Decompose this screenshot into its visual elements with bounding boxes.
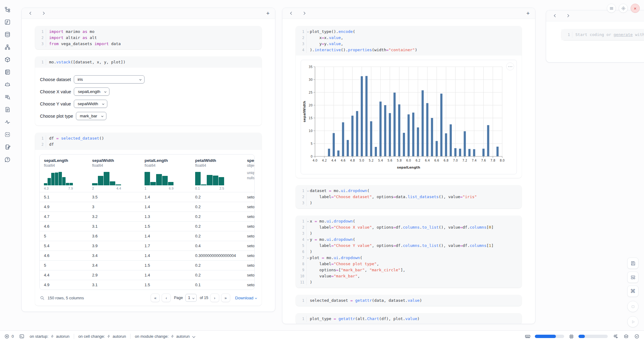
x-value-select[interactable]: sepalLength xyxy=(74,87,109,96)
logs-icon[interactable] xyxy=(3,93,11,101)
download-button[interactable]: Download xyxy=(235,296,257,300)
last-page-button[interactable]: » xyxy=(221,294,230,302)
outline-icon[interactable] xyxy=(3,68,11,76)
table-row[interactable]: 53.41.50.2setosa xyxy=(40,260,254,270)
add-cell-button[interactable]: + xyxy=(266,10,270,16)
collapse-right-icon[interactable] xyxy=(564,12,571,20)
collapse-left-icon[interactable] xyxy=(552,12,559,20)
table-row[interactable]: 4.63.11.50.2setosa xyxy=(40,221,254,231)
command-palette-icon[interactable]: ⌘ xyxy=(627,286,639,297)
packages-icon[interactable] xyxy=(3,55,11,63)
svg-text:8.0: 8.0 xyxy=(500,159,505,162)
column-name[interactable]: petalLength xyxy=(145,158,187,163)
vega-actions-icon[interactable] xyxy=(506,62,514,70)
table-cell: 1.5 xyxy=(140,261,191,270)
y-value-select[interactable]: sepalWidth xyxy=(74,100,107,108)
page-select[interactable]: 1 xyxy=(185,294,197,302)
panel-middle-header: + xyxy=(282,8,535,19)
dataset-select[interactable]: iris xyxy=(74,75,145,84)
connection-ok-icon[interactable] xyxy=(634,333,640,340)
svg-text:sepalWidth: sepalWidth xyxy=(302,101,306,122)
plot-type-select[interactable]: mark_bar xyxy=(76,112,106,120)
table-row[interactable]: 4.931.40.2setosa xyxy=(40,202,254,212)
bar-chart-svg[interactable]: 4.04.24.44.64.85.05.25.45.65.86.06.26.46… xyxy=(302,64,506,171)
empty-code-editor[interactable]: 1 Start coding or generate with AI xyxy=(561,29,644,40)
table-cell: 3.1 xyxy=(88,222,140,231)
fold-chevron-icon[interactable] xyxy=(307,31,309,33)
column-header[interactable]: petalWidthfloat640.12.5 xyxy=(191,155,243,192)
table-row[interactable]: 5.13.51.40.2setosa xyxy=(40,192,254,202)
column-name[interactable]: sepalLength xyxy=(44,158,84,163)
dependency-graph-icon[interactable] xyxy=(3,43,11,51)
code-text: options=["mark_bar", "mark_circle"], xyxy=(310,267,405,273)
table-row[interactable]: 4.93.11.50.1setosa xyxy=(40,280,254,290)
first-page-button[interactable]: « xyxy=(151,294,160,302)
altair-chart[interactable]: 4.04.24.44.64.85.05.25.45.65.86.06.26.46… xyxy=(301,60,517,174)
generate-with-ai-link[interactable]: generate xyxy=(614,32,633,37)
next-page-button[interactable]: › xyxy=(210,294,219,302)
status-bar-right xyxy=(525,333,640,340)
save-icon[interactable] xyxy=(627,258,639,269)
functions-icon[interactable] xyxy=(3,18,11,26)
collapse-right-icon[interactable] xyxy=(300,10,307,17)
fold-chevron-icon[interactable] xyxy=(307,239,309,240)
menu-icon[interactable] xyxy=(607,4,616,13)
column-name[interactable]: petalWidth xyxy=(195,158,238,163)
line-number: 1 xyxy=(298,297,307,304)
errors-indicator[interactable]: 0 xyxy=(4,334,14,339)
code-editor[interactable]: 1x = mo.ui.dropdown(2 label="Choose X va… xyxy=(296,216,522,288)
code-line: 3 y=y.value, xyxy=(298,41,519,47)
assistant-icon[interactable] xyxy=(623,333,629,340)
column-header[interactable]: sepalLengthfloat644.37.9 xyxy=(40,155,88,192)
code-editor[interactable]: 1plot_type = getattr(alt.Chart(df), plot… xyxy=(296,313,522,324)
terminal-icon[interactable] xyxy=(19,333,25,340)
on-startup-setting[interactable]: on startup: autorun xyxy=(30,334,70,339)
documentation-icon[interactable] xyxy=(3,105,11,113)
fold-chevron-icon[interactable] xyxy=(307,220,309,222)
on-cell-change-setting[interactable]: on cell change: autorun xyxy=(78,334,126,339)
file-explorer-icon[interactable] xyxy=(3,5,11,13)
table-row[interactable]: 4.63.41.40.30000000000000004setosa xyxy=(40,251,254,260)
scratchpad-icon[interactable] xyxy=(3,143,11,151)
prev-page-button[interactable]: ‹ xyxy=(162,294,171,302)
settings-gear-icon[interactable] xyxy=(619,4,628,13)
tracing-icon[interactable] xyxy=(3,118,11,126)
code-line: 9 options=["mark_bar", "mark_circle"], xyxy=(298,267,519,273)
collapse-left-icon[interactable] xyxy=(288,10,295,17)
on-module-change-setting[interactable]: on module change: autorun xyxy=(135,334,195,339)
column-header[interactable]: speciesobjectuniquenulls: xyxy=(243,155,255,192)
column-header[interactable]: petalLengthfloat6416.9 xyxy=(140,155,191,192)
table-row[interactable]: 5.43.91.70.4setosa xyxy=(40,241,254,251)
code-editor[interactable]: 1mo.vstack([dataset, x, y, plot]) xyxy=(35,57,262,68)
snippets-icon[interactable] xyxy=(3,130,11,138)
stop-icon[interactable] xyxy=(627,301,639,312)
fold-chevron-icon[interactable] xyxy=(307,257,309,259)
ai-sparkles-icon[interactable] xyxy=(612,333,618,340)
code-editor[interactable]: 1df = selected_dataset()2df xyxy=(35,133,262,150)
shutdown-close-icon[interactable]: × xyxy=(631,4,640,13)
dropdown-label: Choose dataset xyxy=(40,77,71,82)
svg-text:0: 0 xyxy=(311,155,313,158)
code-editor[interactable]: 1selected_dataset = getattr(data, datase… xyxy=(296,295,522,306)
grid-layout-icon[interactable] xyxy=(627,272,639,283)
code-editor[interactable]: 1import marimo as mo2import altair as al… xyxy=(35,26,262,49)
svg-text:6.0: 6.0 xyxy=(406,159,411,162)
search-icon[interactable] xyxy=(40,296,45,300)
help-icon[interactable] xyxy=(3,155,11,163)
add-cell-button[interactable]: + xyxy=(526,10,530,16)
column-name[interactable]: species xyxy=(247,158,255,163)
column-header[interactable]: sepalWidthfloat6424.4 xyxy=(88,155,140,192)
chat-icon[interactable] xyxy=(3,80,11,88)
run-icon[interactable] xyxy=(627,316,639,327)
column-name[interactable]: sepalWidth xyxy=(92,158,136,163)
datasources-icon[interactable] xyxy=(3,30,11,38)
table-row[interactable]: 4.73.21.30.2setosa xyxy=(40,212,254,221)
collapse-right-icon[interactable] xyxy=(39,10,47,17)
code-editor[interactable]: 1plot_type().encode(2 x=x.value,3 y=y.va… xyxy=(296,26,522,55)
collapse-left-icon[interactable] xyxy=(27,10,34,17)
table-row[interactable]: 53.61.40.2setosa xyxy=(40,231,254,241)
table-row[interactable]: 4.42.91.40.2setosa xyxy=(40,270,254,280)
table-cell: 0.2 xyxy=(191,270,243,280)
fold-chevron-icon[interactable] xyxy=(307,190,309,192)
code-editor[interactable]: 1dataset = mo.ui.dropdown(2 label="Choos… xyxy=(296,185,522,208)
